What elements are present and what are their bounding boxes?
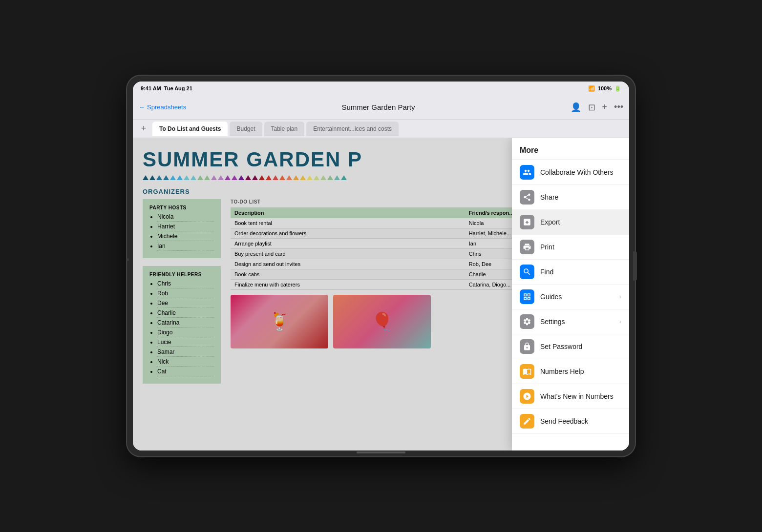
status-bar: 9:41 AM Tue Aug 21 📶 100% 🔋 [133,82,629,95]
collaborate-label: Collaborate With Others [540,168,621,176]
help-label: Numbers Help [540,368,621,375]
more-icon[interactable]: ••• [614,102,623,112]
collaborate-icon[interactable]: 👤 [571,102,581,113]
menu-item-password[interactable]: Set Password [512,334,629,359]
menu-item-find[interactable]: Find [512,260,629,285]
tab-table-plan-label: Table plan [271,125,298,132]
more-menu: More Collaborate With Others [512,138,629,450]
time-display: 9:41 AM [141,85,161,91]
whatsnew-label: What's New in Numbers [540,392,621,400]
tab-table-plan[interactable]: Table plan [264,122,305,136]
status-right: 📶 100% 🔋 [588,85,621,92]
tab-budget[interactable]: Budget [230,122,262,136]
status-left: 9:41 AM Tue Aug 21 [141,85,192,91]
menu-item-feedback[interactable]: Send Feedback [512,409,629,434]
wifi-icon: 📶 [588,85,595,92]
tab-todo-list-label: To Do List and Guests [159,125,221,132]
export-label: Export [540,218,621,226]
battery-icon: 🔋 [614,85,621,92]
back-label: Spreadsheets [147,103,186,111]
whatsnew-icon [520,389,534,404]
menu-item-share[interactable]: Share [512,185,629,210]
tab-todo-list[interactable]: To Do List and Guests [152,122,228,136]
menu-item-print[interactable]: Print [512,235,629,260]
menu-item-whatsnew[interactable]: What's New in Numbers [512,384,629,409]
document-title: Summer Garden Party [191,103,565,111]
print-label: Print [540,243,621,251]
toolbar: ← Spreadsheets Summer Garden Party 👤 ⊡ +… [133,95,629,120]
guides-label: Guides [540,293,614,301]
menu-item-export[interactable]: Export [512,210,629,235]
print-icon [520,240,534,254]
password-icon [520,339,534,354]
collaborate-icon [520,165,534,180]
share-icon [520,190,534,205]
pencil-dot [126,258,129,261]
settings-icon [520,314,534,329]
guides-icon [520,289,534,304]
toolbar-actions: 👤 ⊡ + ••• [571,102,623,113]
more-menu-header: More [512,138,629,160]
feedback-label: Send Feedback [540,417,621,425]
battery-display: 100% [598,85,612,91]
back-button[interactable]: ← Spreadsheets [139,103,186,111]
menu-item-collaborate[interactable]: Collaborate With Others [512,160,629,185]
find-icon [520,265,534,279]
tab-bar: + To Do List and Guests Budget Table pla… [133,120,629,138]
tab-entertainment-label: Entertainment...ices and costs [313,125,392,132]
share-label: Share [540,193,621,201]
date-display: Tue Aug 21 [164,85,192,91]
menu-item-settings[interactable]: Settings › [512,309,629,334]
settings-chevron-icon: › [619,318,621,325]
format-icon[interactable]: ⊡ [588,102,595,113]
tab-entertainment[interactable]: Entertainment...ices and costs [306,122,399,136]
find-label: Find [540,268,621,276]
home-indicator[interactable] [357,451,405,453]
export-icon [520,215,534,229]
add-icon[interactable]: + [602,102,608,112]
help-icon [520,364,534,379]
guides-chevron-icon: › [619,293,621,300]
password-label: Set Password [540,343,621,350]
ipad-screen: 9:41 AM Tue Aug 21 📶 100% 🔋 ← Spreadshee… [133,82,629,450]
settings-label: Settings [540,318,614,326]
ipad-frame: 9:41 AM Tue Aug 21 📶 100% 🔋 ← Spreadshee… [127,76,635,456]
menu-item-guides[interactable]: Guides › [512,285,629,309]
back-icon: ← [139,103,145,111]
tab-budget-label: Budget [236,125,255,132]
menu-item-help[interactable]: Numbers Help [512,359,629,384]
feedback-icon [520,414,534,429]
side-button[interactable] [633,251,637,281]
main-content: SUMMER GARDEN P [133,138,629,450]
add-tab-button[interactable]: + [137,122,150,136]
